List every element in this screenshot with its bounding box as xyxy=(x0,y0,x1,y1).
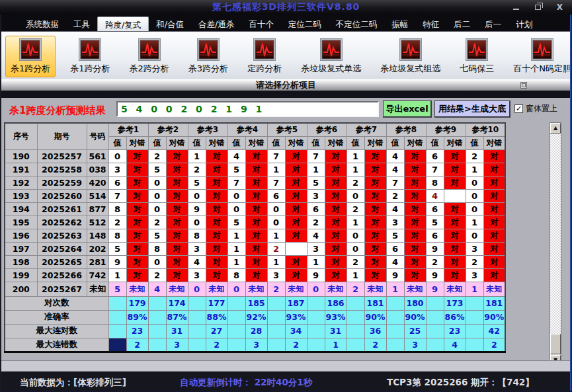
summary-empty-cell[interactable] xyxy=(307,310,325,324)
cell-judge[interactable]: 对 xyxy=(206,255,227,268)
generate-pool-button[interactable]: 用结果>生成大底 xyxy=(434,100,511,118)
summary-value[interactable]: 31 xyxy=(325,324,347,338)
summary-value[interactable]: 4 xyxy=(444,338,466,352)
cell-judge[interactable]: 对 xyxy=(245,163,267,176)
summary-empty-cell[interactable] xyxy=(267,338,285,352)
menu-item-8[interactable]: 不定位二码 xyxy=(329,17,385,31)
summary-empty-cell[interactable] xyxy=(386,338,404,352)
cell-value[interactable]: 0 xyxy=(466,176,483,189)
cell-value[interactable]: 4 xyxy=(148,282,166,296)
cell-judge[interactable]: 对 xyxy=(325,268,347,282)
cell-value[interactable]: 5 xyxy=(307,176,325,189)
cell-judge[interactable]: 对 xyxy=(166,268,188,282)
summary-value[interactable]: 173 xyxy=(444,296,466,310)
cell-value[interactable]: 0 xyxy=(188,216,206,229)
cell-judge[interactable]: 对 xyxy=(364,268,386,282)
cell-judge[interactable]: 未知 xyxy=(285,282,307,296)
summary-empty-cell[interactable] xyxy=(267,296,285,310)
cell-judge[interactable]: 对 xyxy=(126,163,148,176)
cell-value[interactable]: 2 xyxy=(426,255,444,268)
summary-empty-cell[interactable] xyxy=(227,338,245,352)
scrollbar-thumb[interactable] xyxy=(550,334,561,354)
summary-value[interactable]: 90% xyxy=(364,310,386,324)
summary-empty-cell[interactable] xyxy=(148,296,166,310)
menu-item-9[interactable]: 振幅 xyxy=(384,17,415,31)
cell-judge[interactable]: 对 xyxy=(166,149,188,163)
cell-judge[interactable]: 对 xyxy=(245,229,267,242)
cell-judge[interactable]: 对 xyxy=(483,242,505,255)
summary-empty-cell[interactable] xyxy=(148,338,166,352)
cell-value[interactable]: 4 xyxy=(227,149,245,163)
cell-value[interactable]: 5 xyxy=(188,176,206,189)
cell-judge[interactable]: 对 xyxy=(325,216,347,229)
cell-judge[interactable]: 对 xyxy=(285,268,307,282)
cell-judge[interactable]: 对 xyxy=(245,242,267,255)
cell-value[interactable]: 1 xyxy=(466,163,483,176)
cell-judge[interactable]: 对 xyxy=(166,242,188,255)
cell-judge[interactable]: 未知 xyxy=(206,282,227,296)
cell-value[interactable]: 3 xyxy=(108,163,126,176)
summary-empty-cell[interactable] xyxy=(188,338,206,352)
cell-value[interactable]: 8 xyxy=(188,229,206,242)
cell-value[interactable]: 1 xyxy=(307,163,325,176)
cell-value[interactable]: 9 xyxy=(426,282,444,296)
summary-value[interactable]: 89% xyxy=(126,310,148,324)
cell-judge[interactable]: 对 xyxy=(444,149,466,163)
summary-value[interactable]: 93% xyxy=(325,310,347,324)
summary-empty-cell[interactable] xyxy=(188,310,206,324)
cell-value[interactable]: 9 xyxy=(426,268,444,282)
cell-judge[interactable]: 对 xyxy=(126,255,148,268)
cell-judge[interactable]: 对 xyxy=(483,189,505,202)
summary-empty-cell[interactable] xyxy=(426,296,444,310)
cell-judge[interactable]: 对 xyxy=(126,189,148,202)
cell-value[interactable]: 3 xyxy=(466,268,483,282)
cell-value[interactable]: 2 xyxy=(347,282,364,296)
cell-judge[interactable]: 对 xyxy=(404,202,426,216)
cell-value[interactable]: 2 xyxy=(148,268,166,282)
cell-value[interactable]: 6 xyxy=(426,202,444,216)
cell-value[interactable]: 0 xyxy=(466,189,483,202)
summary-empty-cell[interactable] xyxy=(347,324,364,338)
cell-value[interactable]: 5 xyxy=(108,242,126,255)
cell-value[interactable]: 1 xyxy=(347,216,364,229)
summary-empty-cell[interactable] xyxy=(307,324,325,338)
cell-judge[interactable]: 对 xyxy=(285,216,307,229)
cell-value[interactable]: 8 xyxy=(108,229,126,242)
cell-judge[interactable]: 对 xyxy=(166,202,188,216)
cell-value[interactable]: 0 xyxy=(188,282,206,296)
cell-judge[interactable]: 对 xyxy=(245,216,267,229)
summary-value[interactable]: 23 xyxy=(444,324,466,338)
cell-value[interactable]: 3 xyxy=(188,242,206,255)
toolbar-button-9[interactable]: 百十个N码定胆 xyxy=(509,36,572,77)
menu-item-13[interactable]: 计划 xyxy=(509,17,540,31)
cell-value[interactable]: 5 xyxy=(227,163,245,176)
cell-judge[interactable]: 对 xyxy=(206,189,227,202)
cell-value[interactable]: 0 xyxy=(108,149,126,163)
cell-value[interactable]: 2 xyxy=(148,149,166,163)
cell-judge[interactable]: 对 xyxy=(483,255,505,268)
summary-empty-cell[interactable] xyxy=(466,338,483,352)
cell-value[interactable]: 7 xyxy=(386,176,404,189)
cell-value[interactable]: 4 xyxy=(386,255,404,268)
cell-judge[interactable]: 对 xyxy=(166,176,188,189)
cell-judge[interactable]: 未知 xyxy=(483,282,505,296)
cell-judge[interactable]: 对 xyxy=(206,176,227,189)
cell-judge[interactable]: 对 xyxy=(404,229,426,242)
cell-value[interactable]: 4 xyxy=(386,149,404,163)
summary-empty-cell[interactable] xyxy=(347,296,364,310)
panel-toggle-icon[interactable] xyxy=(520,82,527,89)
cell-judge[interactable]: 对 xyxy=(325,189,347,202)
summary-value[interactable]: 93% xyxy=(285,310,307,324)
summary-value[interactable]: 42 xyxy=(483,324,505,338)
summary-empty-cell[interactable] xyxy=(108,296,126,310)
summary-value[interactable]: 179 xyxy=(126,296,148,310)
cell-value[interactable]: 2 xyxy=(386,189,404,202)
cell-judge[interactable]: 未知 xyxy=(364,282,386,296)
cell-value[interactable]: 3 xyxy=(307,242,325,255)
summary-empty-cell[interactable] xyxy=(347,338,364,352)
cell-value[interactable]: 5 xyxy=(108,282,126,296)
cell-value[interactable]: 7 xyxy=(108,189,126,202)
cell-judge[interactable]: 对 xyxy=(126,202,148,216)
cell-judge[interactable]: 对 xyxy=(206,268,227,282)
summary-empty-cell[interactable] xyxy=(426,310,444,324)
